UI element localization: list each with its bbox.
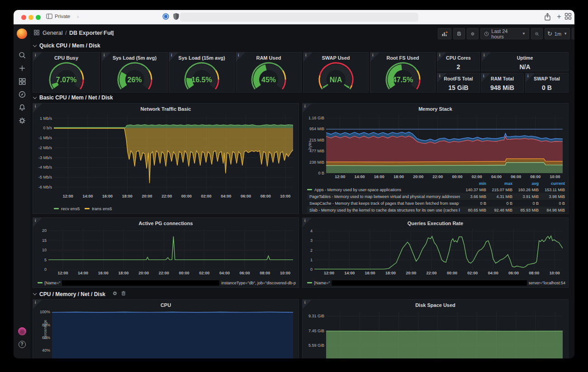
legend-row-pagetables[interactable]: PageTables - Memory used to map between … (307, 193, 565, 200)
cpu-chart[interactable]: 100%80%60%40%percentage (37, 311, 295, 358)
breadcrumb-section[interactable]: General (43, 30, 62, 36)
share-icon[interactable] (544, 13, 553, 22)
x-tick: 10:00 (550, 174, 560, 179)
legend-row-slab[interactable]: Slab - Memory used by the kernel to cach… (307, 207, 565, 213)
info-icon[interactable]: i (437, 52, 446, 61)
row-settings-gear-icon[interactable] (112, 291, 118, 297)
gauge-value: 45% (236, 76, 301, 84)
add-panel-button[interactable] (438, 28, 451, 39)
info-icon[interactable]: i (481, 73, 490, 82)
legend-header-row: min max avg current (307, 180, 565, 186)
panel-title[interactable]: CPU (33, 302, 299, 308)
zoom-out-time-button[interactable] (531, 28, 543, 39)
legend-prefix[interactable]: {Name=" (314, 281, 330, 285)
legend-row-swapcache[interactable]: SwapCache - Memory that keeps track of p… (307, 200, 565, 207)
address-bar[interactable] (180, 13, 418, 22)
alerting-bell-icon[interactable] (17, 103, 27, 112)
grafana-logo[interactable] (17, 28, 27, 39)
close-window-button[interactable] (21, 15, 26, 20)
extension-icon[interactable] (162, 13, 171, 22)
info-icon[interactable]: i (526, 73, 535, 82)
x-tick: 00:00 (179, 271, 190, 275)
panel-title[interactable]: Active PG connections (33, 221, 299, 226)
row-cpu-memory-net-disk[interactable]: CPU / Memory / Net / Disk (33, 291, 126, 297)
info-icon[interactable]: i (33, 218, 42, 227)
new-tab-button[interactable]: + (555, 13, 564, 22)
zoom-window-button[interactable] (36, 15, 41, 20)
legend-row-apps[interactable]: Apps - Memory used by user-space applica… (307, 186, 565, 193)
info-icon[interactable]: i (370, 52, 379, 61)
info-icon[interactable]: i (303, 218, 312, 227)
x-tick: 08:00 (529, 271, 539, 275)
y-tick: 15 (42, 238, 47, 243)
pg-connections-chart[interactable]: 2015105012:0014:0016:0018:0020:0022:0000… (37, 229, 295, 276)
y-tick: -3 Mb/s (38, 155, 52, 160)
info-icon[interactable]: i (437, 73, 446, 82)
info-icon[interactable]: i (33, 300, 42, 309)
kiosk-mode-button[interactable] (572, 28, 574, 39)
legend-swatch (307, 282, 312, 283)
forward-button[interactable]: › (77, 13, 79, 20)
network-traffic-chart[interactable]: 1 Mb/s0 b/s-1 Mb/s-2 Mb/s-3 Mb/s-4 Mb/s-… (37, 115, 295, 199)
queries-rate-chart[interactable]: 4321012:0014:0016:0018:0020:0022:0000:00… (306, 229, 564, 276)
x-tick: 02:00 (199, 271, 209, 275)
create-icon[interactable] (17, 63, 27, 73)
legend-suffix[interactable]: server="localhost:54 (529, 281, 566, 285)
x-tick: 04:00 (219, 271, 230, 275)
info-icon[interactable]: i (33, 104, 42, 113)
info-icon[interactable]: i (33, 52, 42, 61)
row-delete-trash-icon[interactable] (121, 291, 126, 297)
col-avg[interactable]: avg (512, 181, 539, 186)
configuration-gear-icon[interactable] (17, 116, 27, 125)
info-icon[interactable]: i (102, 52, 111, 61)
memory-stack-chart[interactable]: 1.16 GiB954 MiB715 MiB477 MiB238 MiB0 B1… (306, 115, 564, 179)
disk-space-chart[interactable]: 9.31 GiB7.45 GiB5.59 GiB (306, 311, 564, 358)
dashboard-settings-button[interactable] (467, 28, 479, 39)
panel-title[interactable]: Network Traffic Basic (33, 106, 299, 112)
help-icon[interactable]: ? (17, 339, 27, 349)
legend-prefix[interactable]: {Name=" (44, 281, 60, 285)
y-axis-labels: 9.31 GiB7.45 GiB5.59 GiB (306, 311, 326, 358)
panel-title[interactable]: Uptime (482, 55, 568, 61)
x-tick: 18:00 (122, 194, 133, 198)
dashboard-title[interactable]: DB Exporter Full (69, 30, 114, 36)
info-icon[interactable]: i (303, 52, 313, 61)
legend-item-recv[interactable]: recv ens5 (61, 206, 80, 211)
back-button[interactable]: ‹ (67, 13, 69, 20)
star-icon[interactable]: ☆ (100, 29, 105, 36)
row-quick-cpu[interactable]: Quick CPU / Mem / Disk (33, 42, 100, 49)
col-max[interactable]: max (486, 181, 512, 186)
col-current[interactable]: current (539, 181, 565, 186)
panel-title[interactable]: Memory Stack (303, 106, 568, 112)
info-icon[interactable]: i (482, 52, 491, 61)
plot-area (326, 115, 563, 173)
info-icon[interactable]: i (303, 104, 312, 113)
info-icon[interactable]: i (169, 52, 178, 61)
legend-item-trans[interactable]: trans ens5 (92, 206, 112, 211)
save-dashboard-button[interactable] (453, 28, 465, 39)
explore-icon[interactable] (17, 89, 27, 99)
dashboard-grid-icon[interactable] (33, 29, 40, 38)
row-basic-cpu[interactable]: Basic CPU / Mem / Net / Disk (33, 94, 113, 101)
y-tick: -5 Mb/s (38, 175, 52, 179)
y-tick: 7.45 GiB (308, 329, 324, 333)
panel-title[interactable]: Queries Execution Rate (303, 221, 568, 226)
col-min[interactable]: min (460, 181, 486, 186)
x-tick: 04:00 (488, 271, 498, 275)
y-tick: 954 MiB (309, 127, 324, 131)
row-title: Quick CPU / Mem / Disk (39, 42, 100, 49)
time-range-picker[interactable]: Last 24 hours ▼ (480, 28, 529, 39)
search-icon[interactable] (17, 50, 27, 60)
user-avatar[interactable] (17, 326, 27, 336)
minimize-window-button[interactable] (28, 15, 33, 20)
info-icon[interactable]: i (236, 52, 245, 61)
y-tick: 1 Mb/s (40, 116, 52, 121)
x-tick: 22:00 (432, 174, 443, 179)
tab-overview-button[interactable] (564, 13, 574, 22)
share-dashboard-icon[interactable] (109, 30, 114, 38)
panel-title[interactable]: Disk Space Used (303, 302, 568, 308)
dashboards-icon[interactable] (17, 76, 27, 86)
legend-suffix[interactable]: instanceType="db", job="discovered-db-p (221, 281, 296, 285)
info-icon[interactable]: i (303, 300, 312, 309)
refresh-picker[interactable]: ↻ 1m ▼ (545, 28, 570, 39)
